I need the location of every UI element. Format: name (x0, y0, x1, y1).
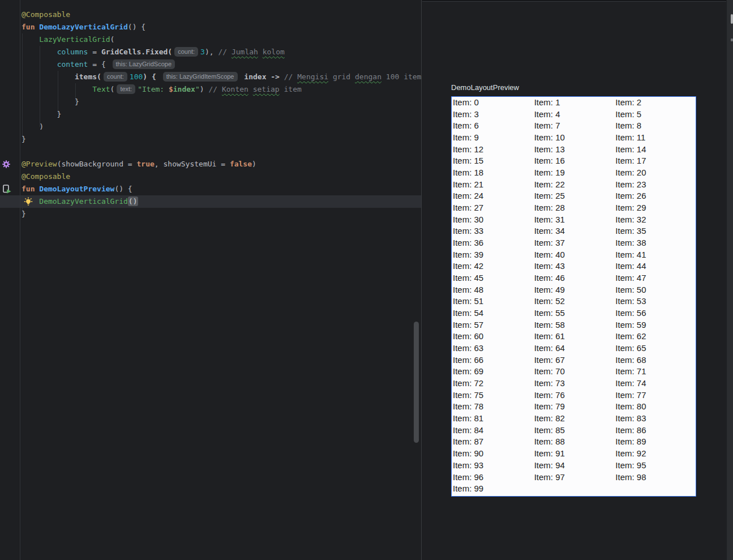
grid-item: Item: 71 (614, 366, 696, 378)
grid-item: Item: 27 (452, 202, 533, 214)
code-token (22, 72, 75, 81)
code-line: @Composable (22, 170, 421, 183)
code-token: GridCells.Fixed( (101, 48, 172, 56)
grid-item: Item: 50 (614, 284, 696, 296)
inlay-hint-chip: count: (104, 72, 127, 82)
grid-item: Item: 85 (533, 425, 615, 437)
preview-settings-gear-icon[interactable] (2, 160, 10, 170)
code-token: ( (110, 85, 115, 93)
code-token: DemoLazyVerticalGrid (39, 197, 128, 206)
code-token (248, 85, 253, 93)
code-token: // (284, 72, 297, 81)
grid-item: Item: 30 (452, 214, 533, 226)
grid-item: Item: 91 (533, 448, 615, 460)
code-line: columns = GridCells.Fixed(count:3), // J… (22, 46, 421, 58)
grid-item: Item: 44 (614, 260, 696, 272)
code-token: index (173, 85, 195, 93)
code-token: dengan (355, 72, 381, 81)
code-token: 100 item (381, 72, 421, 81)
grid-item: Item: 86 (614, 425, 696, 437)
code-token: fun (22, 23, 39, 31)
code-token: @Composable (22, 10, 70, 19)
grid-item: Item: 12 (452, 144, 533, 156)
grid-item: Item: 45 (452, 272, 533, 284)
grid-item: Item: 84 (452, 425, 533, 437)
code-line: fun DemoLazyVerticalGrid() { (22, 21, 421, 33)
grid-item: Item: 39 (452, 249, 533, 261)
grid-item: Item: 78 (452, 401, 533, 413)
inlay-hint-chip: count: (174, 47, 198, 57)
code-token: () { (128, 23, 145, 31)
grid-item: Item: 68 (614, 354, 696, 366)
grid-item: Item: 3 (452, 109, 533, 121)
grid-item: Item: 53 (614, 296, 696, 307)
grid-item: Item: 99 (452, 483, 533, 495)
inlay-hint-chip: this: LazyGridItemScope (163, 72, 238, 82)
grid-item: Item: 96 (452, 472, 533, 484)
grid-item: Item: 16 (533, 155, 615, 167)
code-token: fun (22, 185, 39, 193)
grid-item: Item: 48 (452, 284, 533, 296)
grid-item: Item: 65 (614, 343, 696, 354)
grid-item: Item: 28 (533, 202, 615, 214)
code-token: @Composable (22, 172, 70, 181)
code-token: LazyVerticalGrid (39, 35, 110, 44)
grid-item: Item: 63 (452, 343, 533, 354)
grid-item: Item: 54 (452, 307, 533, 319)
grid-item: Item: 46 (533, 272, 615, 284)
grid-item: Item: 89 (614, 436, 696, 448)
code-token: index -> (240, 72, 284, 81)
grid-item: Item: 0 (452, 97, 533, 109)
grid-item: Item: 64 (533, 343, 615, 354)
grid-item: Item: 22 (533, 179, 615, 191)
editor-vertical-scrollbar-thumb[interactable] (414, 322, 419, 443)
grid-item: Item: 58 (533, 319, 615, 331)
code-token: Mengisi (297, 72, 328, 81)
grid-item: Item: 41 (614, 249, 696, 261)
grid-item: Item: 61 (533, 331, 615, 343)
code-token: , showSystemUi = (155, 160, 230, 168)
preview-scrollbar-thumb[interactable] (731, 14, 733, 24)
code-line: } (22, 133, 421, 146)
grid-item: Item: 35 (614, 225, 696, 237)
code-token (22, 197, 39, 206)
code-line: fun DemoLayoutPreview() { (22, 183, 421, 195)
grid-item: Item: 2 (614, 97, 696, 109)
code-token: false (230, 160, 252, 168)
grid-item: Item: 93 (452, 460, 533, 472)
code-token: setiap (253, 85, 280, 93)
preview-scrollbar-strip (726, 0, 733, 560)
grid-item: Item: 31 (533, 214, 615, 226)
grid-item: Item: 70 (533, 366, 615, 378)
preview-render-surface[interactable]: Item: 0Item: 1Item: 2Item: 3Item: 4Item:… (451, 96, 696, 497)
code-token: DemoLayoutPreview (39, 185, 114, 193)
grid-item: Item: 67 (533, 354, 615, 366)
code-token: true (137, 160, 155, 168)
code-token: grid (328, 72, 355, 81)
code-text[interactable]: @Composablefun DemoLazyVerticalGrid() { … (22, 8, 421, 220)
code-token: () (128, 196, 138, 206)
run-preview-icon[interactable] (2, 185, 12, 196)
grid-item: Item: 18 (452, 167, 533, 179)
code-line: Text(text:"Item: $index") // Konten seti… (22, 83, 421, 96)
grid-item: Item: 33 (452, 225, 533, 237)
code-token: ( (110, 35, 115, 44)
inlay-hint-chip: text: (117, 84, 135, 94)
code-token: () { (114, 185, 132, 193)
grid-item: Item: 8 (614, 120, 696, 132)
grid-item: Item: 97 (533, 472, 615, 484)
code-token: item (280, 85, 302, 93)
grid-item: Item: 9 (452, 132, 533, 144)
grid-item: Item: 14 (614, 144, 696, 156)
inlay-hint-chip: this: LazyGridScope (113, 59, 175, 69)
code-token: " (195, 85, 200, 93)
grid-item: Item: 74 (614, 378, 696, 390)
grid-item: Item: 95 (614, 460, 696, 472)
code-editor[interactable]: @Composablefun DemoLazyVerticalGrid() { … (0, 0, 422, 560)
grid-item: Item: 7 (533, 120, 615, 132)
code-token: ) (252, 160, 256, 168)
grid-item: Item: 49 (533, 284, 615, 296)
code-line: } (22, 108, 421, 121)
grid-item: Item: 34 (533, 225, 615, 237)
code-token: = (88, 48, 101, 56)
